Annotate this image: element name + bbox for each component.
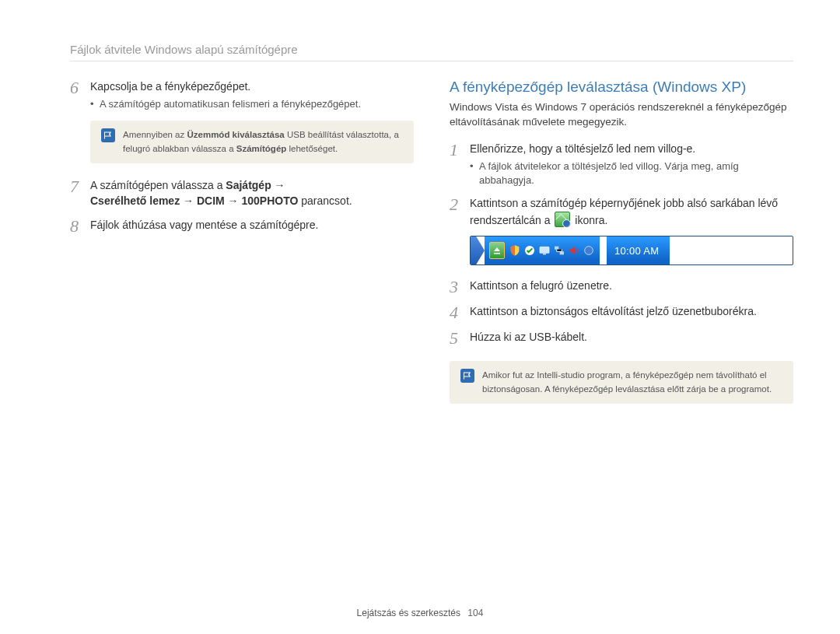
svg-rect-4 <box>560 251 564 254</box>
tray-check-icon <box>523 244 536 257</box>
step-body: Kapcsolja be a fényképezőgépet. A számít… <box>90 79 414 111</box>
step-number: 4 <box>450 303 470 321</box>
left-column: 6 Kapcsolja be a fényképezőgépet. A szám… <box>70 79 414 418</box>
step-text: Ellenőrizze, hogy a töltésjelző led nem … <box>470 142 695 155</box>
section-title: A fényképezőgép leválasztása (Windows XP… <box>450 79 793 96</box>
step-body: Ellenőrizze, hogy a töltésjelző led nem … <box>470 141 793 188</box>
note-text: Amikor fut az Intelli-studio program, a … <box>482 369 782 396</box>
step-body: Fájlok áthúzása vagy mentése a számítógé… <box>90 217 414 233</box>
step-body: Húzza ki az USB-kábelt. <box>470 329 793 345</box>
step-number: 5 <box>450 329 470 347</box>
step-5: 5 Húzza ki az USB-kábelt. <box>450 329 793 347</box>
step-8: 8 Fájlok áthúzása vagy mentése a számító… <box>70 217 414 235</box>
note-box-right: Amikor fut az Intelli-studio program, a … <box>450 361 793 404</box>
step-number: 3 <box>450 278 470 296</box>
step-1: 1 Ellenőrizze, hogy a töltésjelző led ne… <box>450 141 793 188</box>
svg-rect-3 <box>555 247 558 250</box>
footer-label: Lejátszás és szerkesztés <box>357 608 460 618</box>
step-6: 6 Kapcsolja be a fényképezőgépet. A szám… <box>70 79 414 111</box>
tray-separator <box>603 241 604 260</box>
step-bullet: A fájlok átvitelekor a töltésjelző led v… <box>470 159 793 187</box>
note-box-left: Amennyiben az Üzemmód kiválasztása USB b… <box>90 121 414 163</box>
step-number: 8 <box>70 217 90 235</box>
right-column: A fényképezőgép leválasztása (Windows XP… <box>450 79 793 418</box>
svg-rect-2 <box>543 254 546 254</box>
note-icon <box>460 369 474 383</box>
step-number: 7 <box>70 177 90 195</box>
note-text: Amennyiben az Üzemmód kiválasztása USB b… <box>123 128 403 156</box>
step-body: Kattintson a biztonságos eltávolítást je… <box>470 303 793 319</box>
page-header: Fájlok átvitele Windows alapú számítógép… <box>70 43 793 61</box>
step-number: 2 <box>450 195 470 213</box>
taskbar-mock: 10:00 AM <box>470 236 793 265</box>
tray-eject-icon <box>489 242 505 259</box>
note-icon <box>101 128 115 142</box>
tray-network-icon <box>553 244 565 257</box>
content-columns: 6 Kapcsolja be a fényképezőgépet. A szám… <box>70 79 793 418</box>
step-bullet: A számítógép automatikusan felismeri a f… <box>90 97 414 111</box>
svg-rect-1 <box>540 247 549 253</box>
step-7: 7 A számítógépen válassza a Sajátgép → C… <box>70 177 414 209</box>
page-footer: Lejátszás és szerkesztés 104 <box>0 608 840 618</box>
step-3: 3 Kattintson a felugró üzenetre. <box>450 278 793 296</box>
svg-point-5 <box>585 247 593 255</box>
tray-shield-icon <box>509 244 521 257</box>
step-text: Kapcsolja be a fényképezőgépet. <box>90 80 250 93</box>
safely-remove-icon <box>555 212 570 227</box>
tray-volume-icon <box>568 244 580 257</box>
section-intro: Windows Vista és Windows 7 operációs ren… <box>450 100 793 130</box>
step-number: 1 <box>450 141 470 159</box>
taskbar-clock: 10:00 AM <box>607 236 670 264</box>
tray-generic-icon <box>583 244 595 257</box>
step-number: 6 <box>70 79 90 96</box>
taskbar-wedge <box>471 236 485 264</box>
page-number: 104 <box>467 608 483 618</box>
step-4: 4 Kattintson a biztonságos eltávolítást … <box>450 303 793 321</box>
step-2: 2 Kattintson a számítógép képernyőjének … <box>450 195 793 228</box>
tray-monitor-icon <box>538 244 551 257</box>
step-body: A számítógépen válassza a Sajátgép → Cse… <box>90 177 414 209</box>
step-body: Kattintson a felugró üzenetre. <box>470 278 793 293</box>
step-body: Kattintson a számítógép képernyőjének jo… <box>470 195 793 228</box>
page: Fájlok átvitele Windows alapú számítógép… <box>0 0 840 634</box>
system-tray <box>485 236 600 264</box>
